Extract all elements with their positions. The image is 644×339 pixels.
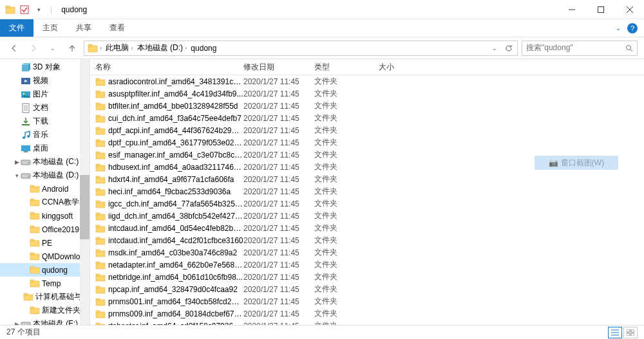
svg-rect-42 bbox=[30, 266, 34, 268]
column-size[interactable]: 大小 bbox=[379, 62, 430, 73]
refresh-icon[interactable] bbox=[502, 41, 516, 55]
fld-icon bbox=[30, 224, 40, 235]
tab-file[interactable]: 文件 bbox=[0, 19, 33, 37]
file-row[interactable]: asusptpfilter.inf_amd64_4c419d34fb9...20… bbox=[90, 87, 644, 100]
search-icon[interactable] bbox=[625, 44, 633, 52]
file-row[interactable]: prnms001.inf_amd64_f340cb58fcd232...2020… bbox=[90, 295, 644, 307]
svg-rect-27 bbox=[21, 174, 30, 178]
notification-toast[interactable]: 📷 窗口截图(W) bbox=[535, 156, 618, 170]
path-root-icon[interactable]: › bbox=[86, 43, 104, 53]
nav-back-button[interactable] bbox=[6, 41, 22, 56]
file-row[interactable]: asradiocontrol.inf_amd64_3481391c8...202… bbox=[90, 75, 644, 87]
close-button[interactable] bbox=[615, 0, 644, 19]
svg-rect-29 bbox=[30, 187, 39, 192]
search-input[interactable]: 搜索"qudong" bbox=[522, 41, 638, 56]
file-row[interactable]: intcdaud.inf_amd64_0d54ec4feb82b9...2020… bbox=[90, 222, 644, 234]
chevron-right-icon[interactable]: › bbox=[131, 44, 133, 51]
nav-tree[interactable]: 3D 对象视频图片文档下载音乐桌面▶本地磁盘 (C:)▾本地磁盘 (D:)And… bbox=[0, 59, 90, 325]
help-icon[interactable]: ? bbox=[627, 23, 638, 33]
file-row[interactable]: prnms009.inf_amd64_80184dcbef677...2020/… bbox=[90, 307, 644, 320]
breadcrumb-root[interactable]: 此电脑› bbox=[104, 42, 135, 53]
tab-home[interactable]: 主页 bbox=[33, 19, 67, 37]
chevron-right-icon[interactable]: › bbox=[185, 44, 187, 51]
nav-item[interactable]: 视频 bbox=[0, 74, 90, 87]
file-row[interactable]: igcc_dch.inf_amd64_77afa5654b3256752020/… bbox=[90, 197, 644, 210]
properties-icon[interactable] bbox=[19, 5, 30, 15]
file-row[interactable]: netbridge.inf_amd64_b061d10c6fb98...2020… bbox=[90, 271, 644, 283]
svg-rect-8 bbox=[88, 44, 92, 46]
file-row[interactable]: netadapter.inf_amd64_662b0e7e568b...2020… bbox=[90, 259, 644, 271]
file-row[interactable]: intcdaud.inf_amd64_4cd2f01cfbce31602020/… bbox=[90, 234, 644, 246]
view-icons-button[interactable] bbox=[623, 327, 638, 338]
maximize-button[interactable] bbox=[586, 0, 615, 19]
nav-item-label: kinggsoft bbox=[42, 212, 73, 221]
file-date: 2020/1/27 11:45 bbox=[243, 199, 314, 208]
path-box[interactable]: › 此电脑› 本地磁盘 (D:)› qudong ⌄ bbox=[84, 41, 518, 56]
file-name: netbridge.inf_amd64_b061d10c6fb98... bbox=[108, 273, 243, 282]
column-name[interactable]: 名称 bbox=[95, 62, 243, 73]
nav-item[interactable]: 下载 bbox=[0, 115, 90, 128]
svg-rect-24 bbox=[24, 151, 28, 152]
nav-item[interactable]: 图片 bbox=[0, 87, 90, 101]
file-row[interactable]: dptf_acpi.inf_amd64_44f367624b292f...202… bbox=[90, 124, 644, 136]
nav-item-label: 下载 bbox=[33, 116, 48, 127]
nav-item-label: Temp bbox=[42, 279, 61, 288]
nav-item[interactable]: 新建文件夹 bbox=[0, 304, 90, 317]
folder-icon bbox=[95, 114, 106, 123]
file-row[interactable]: heci.inf_amd64_f9cbac2533d9036a2020/1/27… bbox=[90, 185, 644, 197]
svg-rect-0 bbox=[6, 7, 15, 14]
file-row[interactable]: rtsbastor.inf_amd64_cd8f158c979261...202… bbox=[90, 320, 644, 325]
column-type[interactable]: 类型 bbox=[314, 62, 379, 73]
nav-item[interactable]: kinggsoft bbox=[0, 209, 90, 223]
expander-icon[interactable]: ▶ bbox=[13, 321, 21, 325]
minimize-button[interactable] bbox=[557, 0, 586, 19]
ribbon-expand-icon[interactable]: ⌄ bbox=[616, 24, 621, 32]
expander-icon[interactable]: ▶ bbox=[13, 159, 21, 165]
svg-rect-65 bbox=[96, 165, 105, 171]
folder-icon bbox=[95, 163, 106, 172]
breadcrumb-drive[interactable]: 本地磁盘 (D:)› bbox=[135, 42, 189, 53]
nav-item[interactable]: qudong bbox=[0, 263, 90, 277]
nav-up-button[interactable] bbox=[64, 41, 80, 56]
nav-item[interactable]: 音乐 bbox=[0, 128, 90, 142]
file-row[interactable]: msdk.inf_amd64_c03be30a746c89a22020/1/27… bbox=[90, 246, 644, 259]
nav-item-label: 视频 bbox=[33, 75, 48, 86]
file-list-view[interactable]: 名称 修改日期 类型 大小 asradiocontrol.inf_amd64_3… bbox=[90, 59, 644, 325]
qat-dropdown-icon[interactable]: ▾ bbox=[33, 5, 44, 15]
tab-view[interactable]: 查看 bbox=[100, 19, 134, 37]
svg-rect-2 bbox=[21, 6, 28, 14]
file-date: 2020/1/27 11:45 bbox=[243, 236, 314, 245]
nav-item[interactable]: CCNA教学 bbox=[0, 196, 90, 209]
nav-item[interactable]: 文档 bbox=[0, 101, 90, 115]
view-details-button[interactable] bbox=[608, 327, 622, 338]
column-date[interactable]: 修改日期 bbox=[243, 62, 314, 73]
svg-rect-86 bbox=[96, 286, 100, 288]
file-row[interactable]: btfilter.inf_amd64_bbe013289428f55d2020/… bbox=[90, 100, 644, 112]
nav-item[interactable]: Office2019 bbox=[0, 223, 90, 236]
file-row[interactable]: npcap.inf_amd64_328479d0c4fcaa922020/1/2… bbox=[90, 283, 644, 295]
nav-recent-icon[interactable]: ⌄ bbox=[45, 41, 61, 56]
path-history-icon[interactable]: ⌄ bbox=[488, 41, 502, 55]
file-row[interactable]: iigd_dch.inf_amd64_38bfcb542ef4272e2020/… bbox=[90, 210, 644, 222]
nav-scroll-thumb[interactable] bbox=[80, 175, 90, 239]
file-row[interactable]: dptf_cpu.inf_amd64_361779f053e025ac2020/… bbox=[90, 136, 644, 149]
nav-item[interactable]: ▶本地磁盘 (F:) bbox=[0, 317, 90, 325]
file-row[interactable]: cui_dch.inf_amd64_f3a64c75ee4defb72020/1… bbox=[90, 112, 644, 124]
nav-item[interactable]: 3D 对象 bbox=[0, 60, 90, 74]
breadcrumb-folder[interactable]: qudong bbox=[189, 44, 218, 53]
nav-item[interactable]: ▾本地磁盘 (D:) bbox=[0, 169, 90, 182]
nav-item[interactable]: QMDownloa bbox=[0, 250, 90, 263]
nav-item[interactable]: 桌面 bbox=[0, 142, 90, 155]
nav-forward-button[interactable] bbox=[26, 41, 41, 56]
expander-icon[interactable]: ▾ bbox=[13, 172, 21, 179]
nav-item[interactable]: 计算机基础与应 bbox=[0, 290, 90, 304]
file-row[interactable]: hdxrt4.inf_amd64_a9f677a1cfa606fa2020/1/… bbox=[90, 173, 644, 185]
svg-rect-35 bbox=[30, 227, 39, 233]
nav-item[interactable]: Android bbox=[0, 182, 90, 196]
tab-share[interactable]: 共享 bbox=[67, 19, 100, 37]
svg-rect-89 bbox=[96, 312, 105, 318]
nav-item[interactable]: ▶本地磁盘 (C:) bbox=[0, 155, 90, 169]
nav-item[interactable]: Temp bbox=[0, 277, 90, 290]
chevron-right-icon[interactable]: › bbox=[100, 44, 102, 51]
nav-item[interactable]: PE bbox=[0, 236, 90, 250]
